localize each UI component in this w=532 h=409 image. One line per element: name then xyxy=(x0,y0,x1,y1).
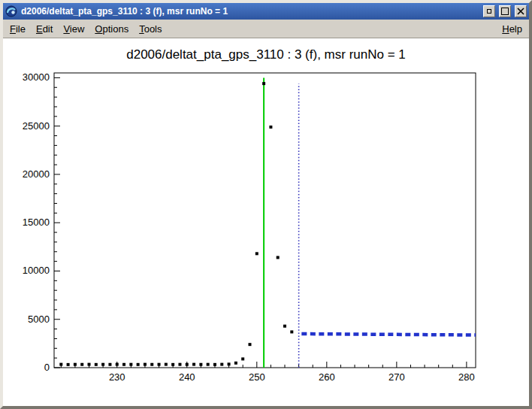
svg-text:15000: 15000 xyxy=(23,217,50,228)
close-icon xyxy=(516,7,525,16)
application-window: d2006/deltat_pta_gps_3110 : 3 (f), msr r… xyxy=(0,0,532,409)
close-button[interactable] xyxy=(515,5,527,17)
svg-text:260: 260 xyxy=(319,371,335,383)
svg-text:30000: 30000 xyxy=(23,71,50,83)
plot-frame xyxy=(54,73,476,368)
menu-edit[interactable]: Edit xyxy=(31,21,58,37)
histogram-plot[interactable]: 2302402502602702800500010000150002000025… xyxy=(3,38,529,406)
menubar: File Edit View Options Tools Help xyxy=(3,20,529,38)
maximize-button[interactable] xyxy=(499,5,511,17)
y-axis-labels: 050001000015000200002500030000 xyxy=(23,71,50,373)
minimize-button[interactable] xyxy=(483,5,495,17)
menu-view[interactable]: View xyxy=(58,21,89,37)
svg-text:10000: 10000 xyxy=(23,265,50,276)
svg-text:280: 280 xyxy=(458,371,475,383)
svg-text:230: 230 xyxy=(109,371,125,383)
titlebar[interactable]: d2006/deltat_pta_gps_3110 : 3 (f), msr r… xyxy=(3,3,529,20)
svg-text:5000: 5000 xyxy=(28,314,50,325)
menu-options[interactable]: Options xyxy=(89,21,134,37)
svg-text:270: 270 xyxy=(388,371,405,383)
svg-text:250: 250 xyxy=(249,371,265,383)
svg-text:0: 0 xyxy=(44,362,50,373)
svg-text:240: 240 xyxy=(179,371,195,383)
maximize-icon xyxy=(500,7,509,16)
minimize-icon xyxy=(485,7,494,16)
menu-tools[interactable]: Tools xyxy=(134,21,167,37)
y-axis-ticks xyxy=(54,77,60,368)
window-title: d2006/deltat_pta_gps_3110 : 3 (f), msr r… xyxy=(20,3,479,20)
x-axis-labels: 230240250260270280 xyxy=(109,371,475,383)
data-points xyxy=(59,82,293,366)
plot-canvas[interactable]: d2006/deltat_pta_gps_3110 : 3 (f), msr r… xyxy=(3,38,529,406)
menu-file[interactable]: File xyxy=(5,21,31,37)
background-level-line xyxy=(301,334,476,335)
svg-text:20000: 20000 xyxy=(23,168,50,180)
app-menu-button[interactable] xyxy=(5,5,17,17)
menu-help[interactable]: Help xyxy=(497,21,527,37)
svg-text:25000: 25000 xyxy=(23,120,50,132)
app-logo-icon xyxy=(5,5,17,17)
